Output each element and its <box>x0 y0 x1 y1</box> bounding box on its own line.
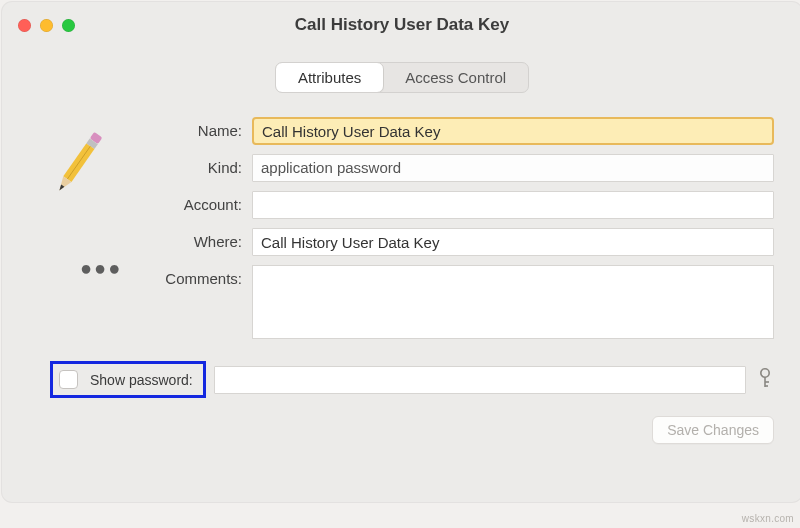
show-password-emphasis: Show password: <box>50 361 206 398</box>
label-account: Account: <box>142 191 252 213</box>
svg-point-6 <box>761 369 769 377</box>
label-show-password: Show password: <box>90 372 193 388</box>
fields-grid: Name: Kind: application password Account… <box>142 117 774 339</box>
label-where: Where: <box>142 228 252 250</box>
where-field[interactable] <box>252 228 774 256</box>
tab-segmented-control: Attributes Access Control <box>275 62 529 93</box>
ellipsis-icon: ●●● <box>80 257 142 280</box>
key-icon[interactable] <box>756 367 774 392</box>
tab-attributes[interactable]: Attributes <box>275 62 384 93</box>
kind-field: application password <box>252 154 774 182</box>
name-field[interactable] <box>252 117 774 145</box>
svg-line-3 <box>67 146 90 179</box>
window-title: Call History User Data Key <box>2 15 800 35</box>
pencil-icon <box>50 121 110 201</box>
label-kind: Kind: <box>142 154 252 176</box>
titlebar: Call History User Data Key <box>2 2 800 48</box>
password-field[interactable] <box>214 366 746 394</box>
show-password-checkbox[interactable] <box>59 370 78 389</box>
account-field[interactable] <box>252 191 774 219</box>
comments-field[interactable] <box>252 265 774 339</box>
item-icon-column: ●●● <box>22 117 142 339</box>
keychain-item-window: Call History User Data Key Attributes Ac… <box>2 2 800 502</box>
tab-bar: Attributes Access Control <box>2 62 800 93</box>
password-row: Show password: <box>2 361 800 398</box>
watermark: wskxn.com <box>742 513 794 524</box>
label-name: Name: <box>142 117 252 139</box>
attributes-form: ●●● Name: Kind: application password Acc… <box>2 117 800 339</box>
footer: Save Changes <box>2 398 800 444</box>
save-changes-button[interactable]: Save Changes <box>652 416 774 444</box>
label-comments: Comments: <box>142 265 252 287</box>
tab-access-control[interactable]: Access Control <box>383 63 528 92</box>
